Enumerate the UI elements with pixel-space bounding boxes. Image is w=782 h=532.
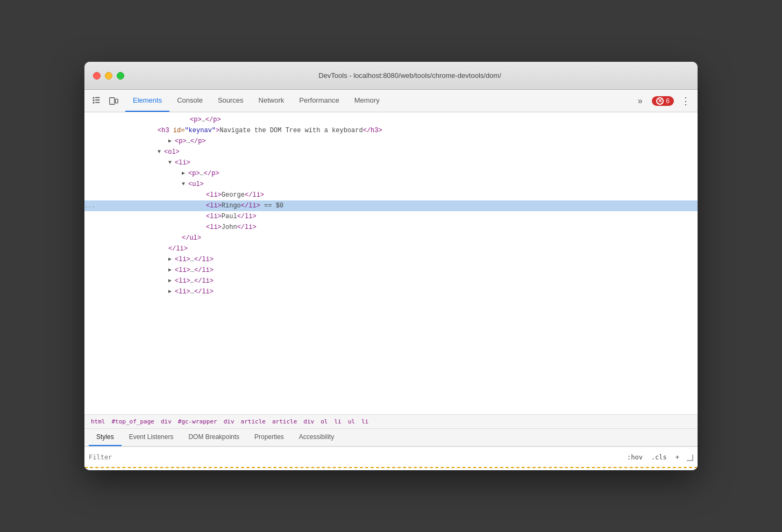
dom-line-selected[interactable]: ... <li>Ringo</li> == $0 bbox=[84, 200, 698, 211]
more-tabs-button[interactable]: » bbox=[632, 94, 648, 109]
traffic-lights bbox=[93, 72, 124, 80]
tab-elements[interactable]: Elements bbox=[125, 90, 169, 112]
dom-line[interactable]: <li>George</li> bbox=[84, 190, 698, 200]
dom-line[interactable]: </ul> bbox=[84, 233, 698, 243]
dom-line[interactable]: ▶ <li>…</li> bbox=[84, 286, 698, 297]
dom-line[interactable]: <h3 id="keynav">Navigate the DOM Tree wi… bbox=[84, 125, 698, 136]
window-title: DevTools - localhost:8080/web/tools/chro… bbox=[131, 71, 689, 80]
filter-controls: :hov .cls + bbox=[625, 452, 693, 462]
hov-button[interactable]: :hov bbox=[625, 452, 645, 462]
close-button[interactable] bbox=[93, 72, 101, 80]
breadcrumb-gc-wrapper[interactable]: #gc-wrapper bbox=[176, 417, 219, 426]
dom-line[interactable]: <li>John</li> bbox=[84, 222, 698, 233]
dom-line[interactable]: ▶ <p>…</p> bbox=[84, 168, 698, 179]
expand-triangle[interactable]: ▶ bbox=[168, 136, 175, 146]
breadcrumb-div-2[interactable]: div bbox=[222, 417, 237, 426]
filter-bar: :hov .cls + bbox=[84, 447, 698, 467]
settings-button[interactable]: ⋮ bbox=[678, 94, 693, 109]
breadcrumb-html[interactable]: html bbox=[89, 417, 108, 426]
minimize-button[interactable] bbox=[105, 72, 112, 80]
dom-line[interactable]: <li>Paul</li> bbox=[84, 211, 698, 222]
expand-triangle[interactable]: ▼ bbox=[158, 147, 164, 157]
maximize-button[interactable] bbox=[117, 72, 124, 80]
bottom-hint bbox=[84, 467, 698, 470]
toolbar-icons bbox=[89, 94, 121, 109]
device-icon[interactable] bbox=[106, 94, 121, 109]
resize-handle[interactable] bbox=[686, 454, 693, 461]
filter-input[interactable] bbox=[89, 454, 625, 461]
dom-line[interactable]: </li> bbox=[84, 243, 698, 254]
breadcrumb-article-1[interactable]: article bbox=[239, 417, 268, 426]
devtools-window: DevTools - localhost:8080/web/tools/chro… bbox=[84, 62, 698, 470]
panel-tab-properties[interactable]: Properties bbox=[247, 429, 292, 446]
dom-line[interactable]: ▶ <li>…</li> bbox=[84, 265, 698, 276]
svg-point-2 bbox=[112, 103, 112, 104]
breadcrumb-bar: html #top_of_page div #gc-wrapper div ar… bbox=[84, 414, 698, 429]
tab-sources[interactable]: Sources bbox=[210, 90, 251, 112]
breadcrumb-ul[interactable]: ul bbox=[346, 417, 357, 426]
title-bar: DevTools - localhost:8080/web/tools/chro… bbox=[84, 62, 698, 90]
breadcrumb-div-3[interactable]: div bbox=[301, 417, 316, 426]
dom-line[interactable]: ▼ <li> bbox=[84, 157, 698, 168]
dom-line[interactable]: ▼ <ol> bbox=[84, 147, 698, 157]
toolbar-right: » ✕ 6 ⋮ bbox=[632, 94, 693, 109]
expand-triangle[interactable]: ▶ bbox=[168, 265, 175, 275]
dom-tree[interactable]: <p>…</p> <h3 id="keynav">Navigate the DO… bbox=[84, 112, 698, 414]
expand-triangle[interactable]: ▼ bbox=[182, 179, 188, 189]
dom-line[interactable]: ▶ <li>…</li> bbox=[84, 254, 698, 265]
tab-console[interactable]: Console bbox=[169, 90, 210, 112]
expand-triangle[interactable]: ▼ bbox=[168, 158, 175, 168]
panel-tab-accessibility[interactable]: Accessibility bbox=[292, 429, 342, 446]
breadcrumb-div-1[interactable]: div bbox=[159, 417, 174, 426]
breadcrumb-li-1[interactable]: li bbox=[332, 417, 343, 426]
inspect-icon[interactable] bbox=[89, 94, 104, 109]
main-tabs: Elements Console Sources Network Perform… bbox=[125, 90, 630, 112]
panel-tab-event-listeners[interactable]: Event Listeners bbox=[122, 429, 181, 446]
error-badge[interactable]: ✕ 6 bbox=[652, 96, 674, 106]
error-icon: ✕ bbox=[656, 97, 664, 105]
cls-button[interactable]: .cls bbox=[649, 452, 669, 462]
expand-triangle[interactable]: ▶ bbox=[168, 255, 175, 264]
dom-line[interactable]: ▼ <ul> bbox=[84, 179, 698, 190]
breadcrumb-li-2[interactable]: li bbox=[359, 417, 371, 426]
tab-performance[interactable]: Performance bbox=[292, 90, 346, 112]
breadcrumb-article-2[interactable]: article bbox=[270, 417, 299, 426]
toolbar: Elements Console Sources Network Perform… bbox=[84, 90, 698, 112]
expand-triangle[interactable]: ▶ bbox=[168, 287, 175, 297]
tab-network[interactable]: Network bbox=[251, 90, 292, 112]
dom-line[interactable]: ▶ <li>…</li> bbox=[84, 276, 698, 286]
dom-line[interactable]: <p>…</p> bbox=[84, 114, 698, 125]
expand-triangle[interactable]: ▶ bbox=[182, 169, 188, 178]
panel-tabs: Styles Event Listeners DOM Breakpoints P… bbox=[84, 429, 698, 447]
panel-tab-styles[interactable]: Styles bbox=[89, 429, 122, 446]
breadcrumb-ol[interactable]: ol bbox=[318, 417, 330, 426]
breadcrumb-top-of-page[interactable]: #top_of_page bbox=[110, 417, 157, 426]
panel-tab-dom-breakpoints[interactable]: DOM Breakpoints bbox=[181, 429, 247, 446]
svg-rect-1 bbox=[116, 99, 118, 103]
dom-line[interactable]: ▶ <p>…</p> bbox=[84, 136, 698, 147]
expand-triangle[interactable]: ▶ bbox=[168, 276, 175, 286]
add-style-button[interactable]: + bbox=[673, 452, 681, 462]
bottom-panel: Styles Event Listeners DOM Breakpoints P… bbox=[84, 429, 698, 470]
tab-memory[interactable]: Memory bbox=[347, 90, 387, 112]
